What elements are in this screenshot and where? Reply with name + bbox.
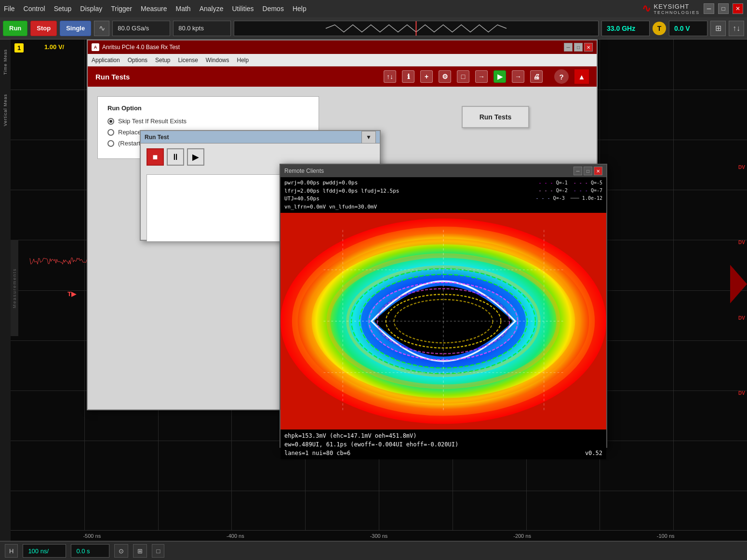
anritsu-menu-setup[interactable]: Setup (155, 57, 170, 64)
rth-info-icon[interactable]: ℹ (402, 70, 414, 83)
anritsu-titlebar: A Anritsu PCIe 4.0 Base Rx Test ─ □ ✕ (88, 40, 597, 54)
rtd-title: Run Test (145, 134, 169, 141)
anritsu-win-buttons: ─ □ ✕ (564, 43, 593, 52)
anritsu-minimize[interactable]: ─ (564, 43, 573, 52)
stop-button[interactable]: Stop (30, 21, 57, 36)
run-option-title: Run Option (107, 104, 309, 112)
lock-button[interactable]: □ (152, 544, 164, 558)
rtd-stop-button[interactable]: ■ (147, 148, 164, 166)
rc-stat-3: lanes=1 nui=80 cb=6 (284, 449, 350, 457)
trigger-badge: T (653, 22, 666, 35)
measurements-sidebar[interactable]: Measurements (11, 240, 18, 336)
rc-title: Remote Clients (284, 168, 324, 174)
rtd-pause-button[interactable]: ⏸ (167, 148, 184, 166)
radio-skip-label: Skip Test If Result Exists (118, 117, 187, 125)
eye-diagram-svg (280, 213, 606, 430)
voltage-display: 0.0 V (669, 21, 707, 36)
menu-utilities[interactable]: Utilities (232, 5, 253, 13)
rth-refresh-icon[interactable]: ↑↓ (384, 70, 396, 83)
rc-info-line-4: vn_lfrn=0.0mV vn_lfudn=30.0mV (284, 203, 535, 211)
rc-stat-1: ehpk=153.3mV (ehc=147.1mV oeh=451.8mV) (284, 431, 602, 440)
menu-measure[interactable]: Measure (141, 5, 167, 13)
anritsu-menu-windows[interactable]: Windows (206, 57, 229, 64)
waveform-preview (234, 21, 599, 36)
rc-stat-2: ew=0.489UI, 61.1ps (ewoff=-0.004UI ehoff… (284, 440, 602, 449)
rth-add-icon[interactable]: + (420, 70, 433, 83)
menu-analyze[interactable]: Analyze (200, 5, 224, 13)
toolbar: Run Stop Single ∿ 80.0 GSa/s 80.0 kpts 3… (0, 17, 747, 39)
anritsu-menu-application[interactable]: Application (92, 57, 120, 64)
rth-help-btn[interactable]: ? (554, 69, 569, 84)
rth-print-icon[interactable]: 🖨 (530, 70, 543, 83)
anritsu-menubar: Application Options Setup License Window… (88, 54, 597, 66)
h-button[interactable]: H (5, 544, 18, 558)
single-button[interactable]: Single (60, 21, 91, 36)
measurement-icon[interactable]: ↑↓ (729, 21, 744, 36)
menubar: File Control Setup Display Trigger Measu… (0, 0, 747, 17)
minimize-button[interactable]: ─ (704, 3, 714, 14)
maximize-button[interactable]: □ (718, 3, 729, 14)
left-panel: Time Meas Vertical Meas (0, 39, 11, 541)
radio-restart-circle (107, 140, 114, 147)
menu-display[interactable]: Display (80, 5, 102, 13)
channel-icon[interactable]: ⊞ (710, 21, 726, 36)
frequency-display: 33.0 GHz (601, 21, 650, 36)
run-tests-header: Run Tests ↑↓ ℹ + ⚙ □ → ▶ → 🖨 ? ▲ (88, 66, 597, 87)
rtd-play-button[interactable]: ▶ (187, 148, 204, 166)
rc-close[interactable]: ✕ (594, 167, 602, 175)
time-meas-label: Time Meas (3, 49, 8, 75)
rtd-dropdown[interactable]: ▼ (361, 131, 376, 143)
volt-marker-4: DV (738, 391, 745, 396)
close-button[interactable]: ✕ (733, 3, 743, 14)
volt-marker-1: DV (738, 165, 745, 170)
rc-info-line-1: pwrj=0.00ps pwddj=0.0ps (284, 179, 535, 187)
menu-trigger[interactable]: Trigger (111, 5, 132, 13)
menu-help[interactable]: Help (293, 5, 307, 13)
anritsu-menu-help[interactable]: Help (237, 57, 249, 64)
anritsu-menu-options[interactable]: Options (128, 57, 147, 64)
rth-play-icon[interactable]: ▶ (494, 70, 506, 83)
menu-demos[interactable]: Demos (263, 5, 284, 13)
rth-settings-icon[interactable]: ⚙ (439, 70, 451, 83)
vertical-meas-label: Vertical Meas (3, 94, 8, 126)
rth-view-icon[interactable]: □ (457, 70, 469, 83)
menu-math[interactable]: Math (176, 5, 191, 13)
logo-mark: ∿ (642, 2, 651, 15)
mode-icon[interactable]: ∿ (94, 21, 109, 36)
rth-arrow1-icon[interactable]: → (475, 70, 488, 83)
run-tests-button[interactable]: Run Tests (462, 106, 529, 128)
anritsu-app-icon: A (92, 43, 99, 51)
axis-label-2: -400 ns (164, 533, 307, 539)
axis-label-1: -500 ns (20, 533, 164, 539)
memory-depth-display: 80.0 kpts (173, 21, 231, 36)
rc-info-bar: pwrj=0.00ps pwddj=0.0ps lfrj=2.00ps lfdd… (280, 177, 606, 213)
anritsu-menu-license[interactable]: License (178, 57, 198, 64)
axis-label-4: -200 ns (451, 533, 594, 539)
grid-button[interactable]: ⊞ (133, 544, 147, 558)
timebase-display: 100 ns/ (23, 544, 66, 558)
radio-skip[interactable]: Skip Test If Result Exists (107, 117, 309, 125)
rc-eye-diagram (280, 213, 606, 430)
ref-button[interactable]: ⊙ (114, 544, 128, 558)
menu-control[interactable]: Control (24, 5, 45, 13)
run-button[interactable]: Run (3, 21, 27, 36)
rc-win-buttons: ─ □ ✕ (574, 167, 602, 175)
menu-file[interactable]: File (4, 5, 15, 13)
menu-setup[interactable]: Setup (54, 5, 72, 13)
logo-text: KEYSIGHT TECHNOLOGIES (654, 3, 700, 15)
rc-minimize[interactable]: ─ (574, 167, 582, 175)
anritsu-maximize[interactable]: □ (574, 43, 583, 52)
anritsu-close[interactable]: ✕ (584, 43, 593, 52)
volt-marker-3: DV (738, 315, 745, 321)
rc-maximize[interactable]: □ (584, 167, 592, 175)
sample-rate-display: 80.0 GSa/s (112, 21, 170, 36)
remote-clients-window: Remote Clients ─ □ ✕ pwrj=0.00ps pwddj=0… (280, 164, 607, 448)
anritsu-title: Anritsu PCIe 4.0 Base Rx Test (102, 44, 180, 51)
rth-arrow2-icon[interactable]: → (512, 70, 524, 83)
time-axis: -500 ns -400 ns -300 ns -200 ns -100 ns (11, 530, 747, 541)
keysight-logo: ∿ KEYSIGHT TECHNOLOGIES ─ □ ✕ (642, 2, 743, 15)
run-tests-title: Run Tests (95, 73, 130, 81)
radio-skip-circle (107, 118, 114, 125)
rth-expand-btn[interactable]: ▲ (574, 69, 589, 84)
rc-titlebar: Remote Clients ─ □ ✕ (280, 165, 606, 177)
